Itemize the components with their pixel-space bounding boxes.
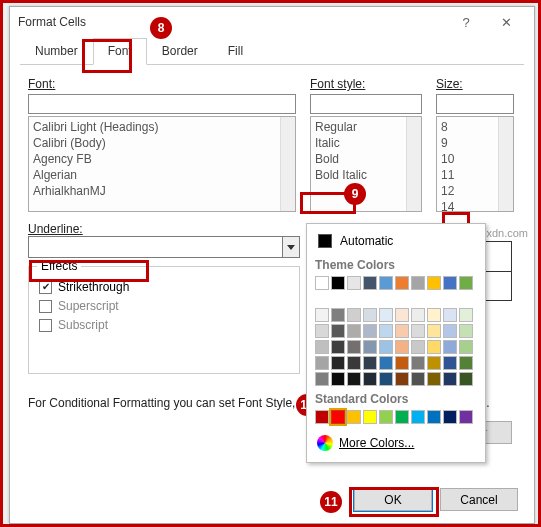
fontstyle-list[interactable]: Regular Italic Bold Bold Italic <box>310 116 422 212</box>
color-swatch[interactable] <box>331 356 345 370</box>
more-colors-item[interactable]: More Colors... <box>315 432 477 454</box>
color-swatch[interactable] <box>347 324 361 338</box>
color-swatch[interactable] <box>427 372 441 386</box>
superscript-checkbox[interactable] <box>39 300 52 313</box>
subscript-checkbox[interactable] <box>39 319 52 332</box>
color-swatch[interactable] <box>395 276 409 290</box>
color-swatch[interactable] <box>379 340 393 354</box>
color-swatch[interactable] <box>315 340 329 354</box>
tab-font[interactable]: Font <box>93 38 147 65</box>
color-swatch[interactable] <box>379 356 393 370</box>
color-swatch[interactable] <box>427 410 441 424</box>
color-swatch[interactable] <box>331 324 345 338</box>
color-swatch[interactable] <box>411 308 425 322</box>
close-icon[interactable]: ✕ <box>486 15 526 30</box>
color-swatch[interactable] <box>315 410 329 424</box>
dropdown-button[interactable] <box>282 236 300 258</box>
tab-fill[interactable]: Fill <box>213 38 258 65</box>
color-swatch[interactable] <box>411 324 425 338</box>
color-swatch[interactable] <box>395 324 409 338</box>
color-swatch[interactable] <box>347 372 361 386</box>
color-automatic-item[interactable]: Automatic <box>315 230 477 252</box>
style-item[interactable]: Italic <box>315 135 417 151</box>
color-swatch[interactable] <box>427 356 441 370</box>
color-swatch[interactable] <box>459 276 473 290</box>
color-swatch[interactable] <box>459 324 473 338</box>
color-swatch[interactable] <box>443 410 457 424</box>
color-swatch[interactable] <box>347 308 361 322</box>
underline-combo[interactable] <box>28 236 300 258</box>
color-swatch[interactable] <box>331 372 345 386</box>
color-swatch[interactable] <box>363 340 377 354</box>
color-swatch[interactable] <box>347 340 361 354</box>
color-swatch[interactable] <box>315 324 329 338</box>
color-swatch[interactable] <box>411 340 425 354</box>
style-item[interactable]: Regular <box>315 119 417 135</box>
color-swatch[interactable] <box>363 356 377 370</box>
color-swatch[interactable] <box>315 276 329 290</box>
color-swatch[interactable] <box>459 410 473 424</box>
scrollbar[interactable] <box>498 117 513 211</box>
scrollbar[interactable] <box>280 117 295 211</box>
size-input[interactable] <box>436 94 514 114</box>
color-swatch[interactable] <box>363 372 377 386</box>
color-swatch[interactable] <box>443 308 457 322</box>
color-swatch[interactable] <box>347 356 361 370</box>
tab-number[interactable]: Number <box>20 38 93 65</box>
color-swatch[interactable] <box>395 410 409 424</box>
font-item[interactable]: Agency FB <box>33 151 291 167</box>
color-swatch[interactable] <box>379 372 393 386</box>
ok-button[interactable]: OK <box>354 488 432 511</box>
strikethrough-checkbox[interactable] <box>39 281 52 294</box>
help-icon[interactable]: ? <box>446 15 486 30</box>
color-swatch[interactable] <box>427 340 441 354</box>
color-swatch[interactable] <box>347 410 361 424</box>
font-input[interactable] <box>28 94 296 114</box>
fontstyle-input[interactable] <box>310 94 422 114</box>
color-swatch[interactable] <box>459 356 473 370</box>
color-swatch[interactable] <box>347 276 361 290</box>
color-swatch[interactable] <box>379 276 393 290</box>
color-swatch[interactable] <box>315 372 329 386</box>
color-swatch[interactable] <box>459 308 473 322</box>
color-swatch[interactable] <box>331 308 345 322</box>
color-swatch[interactable] <box>363 410 377 424</box>
color-swatch[interactable] <box>443 356 457 370</box>
color-swatch[interactable] <box>379 324 393 338</box>
color-swatch[interactable] <box>427 308 441 322</box>
color-swatch[interactable] <box>331 276 345 290</box>
color-swatch[interactable] <box>427 324 441 338</box>
size-list[interactable]: 8 9 10 11 12 14 <box>436 116 514 212</box>
font-item[interactable]: Calibri (Body) <box>33 135 291 151</box>
color-swatch[interactable] <box>443 324 457 338</box>
color-swatch[interactable] <box>315 356 329 370</box>
font-item[interactable]: ArhialkhanMJ <box>33 183 291 199</box>
color-swatch[interactable] <box>331 340 345 354</box>
color-swatch[interactable] <box>379 410 393 424</box>
color-swatch[interactable] <box>395 340 409 354</box>
color-swatch[interactable] <box>395 308 409 322</box>
font-item[interactable]: Algerian <box>33 167 291 183</box>
color-swatch[interactable] <box>459 340 473 354</box>
font-item[interactable]: Calibri Light (Headings) <box>33 119 291 135</box>
color-swatch[interactable] <box>395 372 409 386</box>
style-item[interactable]: Bold <box>315 151 417 167</box>
cancel-button[interactable]: Cancel <box>440 488 518 511</box>
tab-border[interactable]: Border <box>147 38 213 65</box>
style-item[interactable]: Bold Italic <box>315 167 417 183</box>
scrollbar[interactable] <box>406 117 421 211</box>
color-swatch[interactable] <box>315 308 329 322</box>
color-swatch[interactable] <box>459 372 473 386</box>
color-swatch[interactable] <box>379 308 393 322</box>
color-swatch[interactable] <box>331 410 345 424</box>
color-swatch[interactable] <box>411 356 425 370</box>
color-swatch[interactable] <box>411 372 425 386</box>
color-swatch[interactable] <box>411 410 425 424</box>
color-swatch[interactable] <box>443 340 457 354</box>
color-swatch[interactable] <box>427 276 441 290</box>
color-swatch[interactable] <box>443 276 457 290</box>
color-swatch[interactable] <box>411 276 425 290</box>
color-swatch[interactable] <box>395 356 409 370</box>
color-swatch[interactable] <box>363 324 377 338</box>
color-swatch[interactable] <box>363 276 377 290</box>
